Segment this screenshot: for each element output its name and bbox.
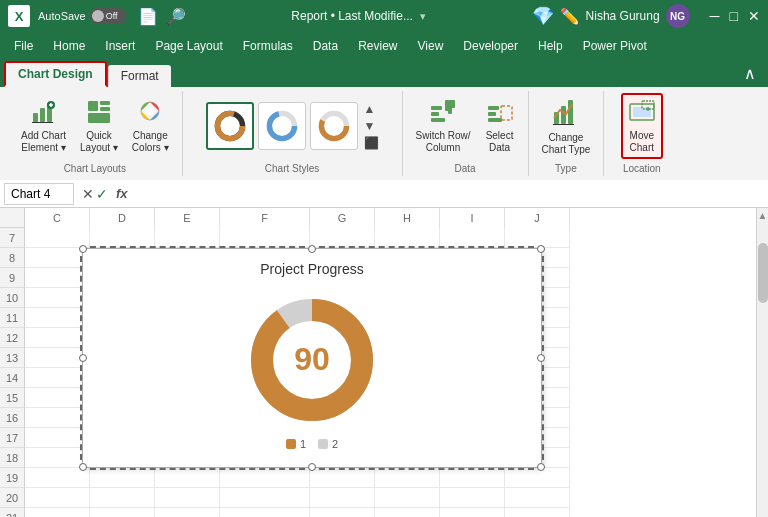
- chart-legend: 1 2: [286, 438, 338, 450]
- cell-r20-c5[interactable]: [375, 488, 440, 508]
- menu-file[interactable]: File: [4, 35, 43, 57]
- cell-r11-c0[interactable]: [25, 308, 90, 328]
- menu-power-pivot[interactable]: Power Pivot: [573, 35, 657, 57]
- svg-rect-21: [431, 118, 445, 122]
- cell-r19-c3[interactable]: [220, 468, 310, 488]
- cell-r21-c0[interactable]: [25, 508, 90, 517]
- scroll-up-btn[interactable]: ▲: [758, 208, 768, 223]
- cell-r21-c6[interactable]: [440, 508, 505, 517]
- cell-r19-c5[interactable]: [375, 468, 440, 488]
- svg-rect-7: [88, 101, 98, 111]
- resize-handle-ml[interactable]: [79, 354, 87, 362]
- menu-view[interactable]: View: [408, 35, 454, 57]
- menu-formulas[interactable]: Formulas: [233, 35, 303, 57]
- resize-handle-bl[interactable]: [79, 463, 87, 471]
- cell-r17-c0[interactable]: [25, 428, 90, 448]
- cell-r19-c1[interactable]: [90, 468, 155, 488]
- chart-styles-up[interactable]: ▲: [364, 102, 379, 116]
- resize-handle-br[interactable]: [537, 463, 545, 471]
- username-label: Nisha Gurung: [586, 9, 660, 23]
- chart-style-3[interactable]: [310, 102, 358, 150]
- cell-r7-c5[interactable]: [375, 228, 440, 248]
- resize-handle-tl[interactable]: [79, 245, 87, 253]
- cell-reference-box[interactable]: Chart 4: [4, 183, 74, 205]
- cell-r21-c7[interactable]: [505, 508, 570, 517]
- add-chart-element-btn[interactable]: Add ChartElement ▾: [16, 96, 71, 157]
- row-num-7: 7: [0, 228, 25, 248]
- tab-format[interactable]: Format: [108, 65, 171, 87]
- cell-r7-c3[interactable]: [220, 228, 310, 248]
- cell-r19-c0[interactable]: [25, 468, 90, 488]
- vertical-scrollbar[interactable]: ▲ ▼: [756, 208, 768, 517]
- cell-r7-c6[interactable]: [440, 228, 505, 248]
- cell-r7-c2[interactable]: [155, 228, 220, 248]
- cell-r21-c4[interactable]: [310, 508, 375, 517]
- col-H: H: [375, 208, 440, 228]
- cell-r20-c4[interactable]: [310, 488, 375, 508]
- cell-r10-c0[interactable]: [25, 288, 90, 308]
- grid-row-20: 20: [0, 488, 756, 508]
- cell-r19-c7[interactable]: [505, 468, 570, 488]
- switch-row-column-btn[interactable]: Switch Row/Column: [411, 95, 476, 157]
- close-btn[interactable]: ✕: [748, 8, 760, 24]
- resize-handle-bm[interactable]: [308, 463, 316, 471]
- cell-r20-c3[interactable]: [220, 488, 310, 508]
- select-data-btn[interactable]: SelectData: [480, 95, 520, 157]
- ribbon-group-location: MoveChart Location: [604, 91, 679, 176]
- autosave-toggle[interactable]: Off: [90, 8, 126, 24]
- cell-r14-c0[interactable]: [25, 368, 90, 388]
- quick-layout-icon: [86, 99, 112, 128]
- change-chart-type-btn[interactable]: ChangeChart Type: [537, 93, 596, 159]
- chart-styles-down[interactable]: ▼: [364, 119, 379, 133]
- cell-r19-c2[interactable]: [155, 468, 220, 488]
- menu-developer[interactable]: Developer: [453, 35, 528, 57]
- cell-r9-c0[interactable]: [25, 268, 90, 288]
- menu-home[interactable]: Home: [43, 35, 95, 57]
- ribbon-collapse-btn[interactable]: ∧: [736, 60, 764, 87]
- cell-r21-c5[interactable]: [375, 508, 440, 517]
- resize-handle-tr[interactable]: [537, 245, 545, 253]
- minimize-btn[interactable]: ─: [710, 8, 720, 24]
- tab-chart-design[interactable]: Chart Design: [4, 61, 107, 87]
- menu-data[interactable]: Data: [303, 35, 348, 57]
- cell-r19-c4[interactable]: [310, 468, 375, 488]
- cell-r20-c6[interactable]: [440, 488, 505, 508]
- menu-review[interactable]: Review: [348, 35, 407, 57]
- maximize-btn[interactable]: □: [730, 8, 738, 24]
- ribbon-group-chart-layouts: Add ChartElement ▾ QuickLayout ▾: [8, 91, 183, 176]
- cell-r20-c0[interactable]: [25, 488, 90, 508]
- chart-container[interactable]: Project Progress 90: [82, 248, 542, 468]
- row-num-14: 14: [0, 368, 25, 388]
- quick-layout-btn[interactable]: QuickLayout ▾: [75, 96, 123, 157]
- cell-r19-c6[interactable]: [440, 468, 505, 488]
- formula-input[interactable]: [138, 187, 764, 201]
- cell-r21-c2[interactable]: [155, 508, 220, 517]
- scroll-down-btn[interactable]: ▼: [758, 513, 768, 517]
- cell-r21-c1[interactable]: [90, 508, 155, 517]
- cell-r20-c7[interactable]: [505, 488, 570, 508]
- formula-confirm-icon[interactable]: ✓: [96, 186, 108, 202]
- cell-r16-c0[interactable]: [25, 408, 90, 428]
- cell-r20-c2[interactable]: [155, 488, 220, 508]
- chart-style-2[interactable]: [258, 102, 306, 150]
- cell-r21-c3[interactable]: [220, 508, 310, 517]
- cell-r7-c4[interactable]: [310, 228, 375, 248]
- change-colors-btn[interactable]: ChangeColors ▾: [127, 96, 174, 157]
- chart-style-1[interactable]: [206, 102, 254, 150]
- scroll-thumb[interactable]: [758, 243, 768, 303]
- cell-r7-c1[interactable]: [90, 228, 155, 248]
- move-chart-btn[interactable]: MoveChart: [621, 93, 663, 159]
- resize-handle-tm[interactable]: [308, 245, 316, 253]
- formula-expand-icon[interactable]: ✕: [82, 186, 94, 202]
- resize-handle-mr[interactable]: [537, 354, 545, 362]
- chart-layouts-buttons: Add ChartElement ▾ QuickLayout ▾: [16, 93, 174, 159]
- user-avatar[interactable]: NG: [666, 4, 690, 28]
- cell-r15-c0[interactable]: [25, 388, 90, 408]
- menu-insert[interactable]: Insert: [95, 35, 145, 57]
- chart-styles-more[interactable]: ⬛: [364, 136, 379, 150]
- menu-help[interactable]: Help: [528, 35, 573, 57]
- cell-r12-c0[interactable]: [25, 328, 90, 348]
- cell-r20-c1[interactable]: [90, 488, 155, 508]
- dropdown-arrow[interactable]: ▾: [420, 10, 426, 22]
- menu-page-layout[interactable]: Page Layout: [145, 35, 232, 57]
